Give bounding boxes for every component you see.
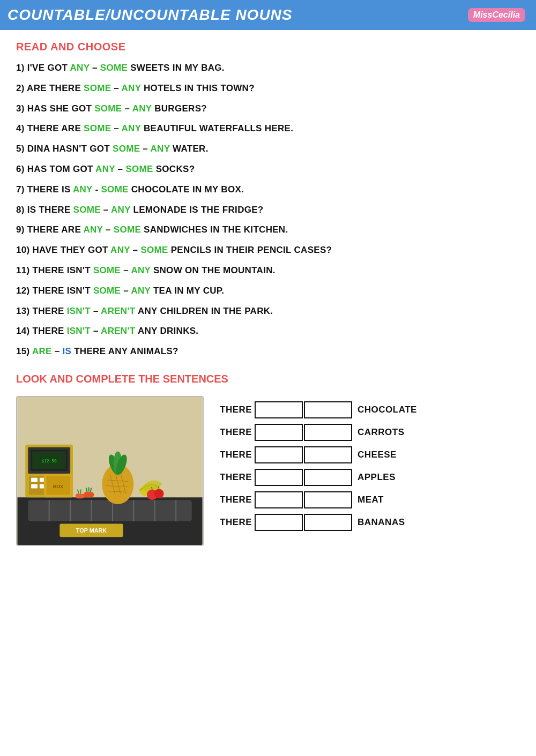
- option2: IS: [62, 346, 71, 356]
- question-text-after: SANDWICHES IN THE KITCHEN.: [141, 224, 288, 235]
- question-text-before: HAS SHE GOT: [27, 103, 94, 114]
- question-text-before: THERE ISN'T: [33, 286, 93, 296]
- question-text-after: SWEETS IN MY BAG.: [128, 63, 225, 73]
- question-item: 9) THERE ARE ANY – SOME SANDWICHES IN TH…: [16, 223, 520, 236]
- option2: ANY: [131, 286, 151, 296]
- question-number: 4): [16, 123, 27, 133]
- svg-line-45: [159, 486, 159, 489]
- question-item: 15) ARE – IS THERE ANY ANIMALS?: [16, 345, 520, 358]
- question-text-after: TEA IN MY CUP.: [151, 286, 224, 296]
- answer-box-1[interactable]: [255, 514, 303, 531]
- answer-box-1[interactable]: [255, 446, 303, 463]
- section2-title: LOOK AND COMPLETE THE SENTENCES: [16, 373, 520, 385]
- question-number: 1): [16, 63, 27, 73]
- option1: ISN'T: [67, 326, 91, 336]
- question-text-after: LEMONADE IS THE FRIDGE?: [131, 205, 264, 215]
- option2: SOME: [140, 245, 168, 255]
- question-number: 3): [16, 103, 27, 114]
- question-text-before: THERE ISN'T: [33, 265, 93, 275]
- question-number: 9): [16, 224, 27, 235]
- question-item: 5) DINA HASN'T GOT SOME – ANY WATER.: [16, 143, 520, 155]
- option1: SOME: [93, 286, 121, 296]
- question-list: 1) I'VE GOT ANY – SOME SWEETS IN MY BAG.…: [16, 62, 520, 358]
- sentence-there-label: THERE: [220, 472, 255, 483]
- option-separator: –: [140, 144, 150, 154]
- question-text-after: SOCKS?: [153, 164, 195, 174]
- question-text-after: BURGERS?: [152, 103, 207, 114]
- sentence-noun: CHOCOLATE: [358, 405, 417, 415]
- answer-box-2[interactable]: [304, 491, 352, 508]
- question-text-before: THERE: [33, 306, 67, 316]
- answer-box-2[interactable]: [304, 424, 352, 441]
- question-text-before: THERE ARE: [27, 123, 84, 133]
- svg-text:BOX: BOX: [53, 483, 63, 489]
- answer-box-1[interactable]: [255, 469, 303, 486]
- option-separator: -: [92, 184, 101, 194]
- sentence-there-label: THERE: [220, 450, 255, 460]
- question-text-after: HOTELS IN THIS TOWN?: [141, 83, 255, 93]
- answer-box-1[interactable]: [255, 401, 303, 418]
- sentence-there-label: THERE: [220, 517, 255, 528]
- question-number: 6): [16, 164, 27, 174]
- option1: ARE: [32, 346, 52, 356]
- question-item: 8) IS THERE SOME – ANY LEMONADE IS THE F…: [16, 204, 520, 216]
- option2: SOME: [101, 184, 128, 194]
- option2: ANY: [132, 103, 152, 114]
- option-separator: –: [91, 326, 101, 336]
- option1: SOME: [94, 103, 122, 114]
- page-header: COUNTABLE/UNCOUNTABLE NOUNS MissCecilia: [0, 0, 536, 30]
- question-number: 8): [16, 205, 27, 215]
- answer-box-1[interactable]: [255, 491, 303, 508]
- option1: SOME: [73, 205, 101, 215]
- option-separator: –: [130, 245, 141, 255]
- option-separator: –: [121, 286, 131, 296]
- question-item: 13) THERE ISN'T – AREN'T ANY CHILDREN IN…: [16, 305, 520, 318]
- question-item: 11) THERE ISN'T SOME – ANY SNOW ON THE M…: [16, 264, 520, 277]
- option-separator: –: [101, 205, 111, 215]
- option2: SOME: [125, 164, 153, 174]
- question-text-after: ANY DRINKS.: [135, 326, 198, 336]
- question-text-before: HAVE THEY GOT: [33, 245, 111, 255]
- option-separator: –: [90, 63, 100, 73]
- question-text-before: THERE ARE: [27, 224, 84, 235]
- grocery-image: $12.50: [16, 396, 204, 546]
- question-item: 4) THERE ARE SOME – ANY BEAUTIFUL WATERF…: [16, 122, 520, 135]
- svg-point-43: [154, 489, 164, 498]
- option2: AREN'T: [101, 326, 135, 336]
- option-separator: –: [122, 103, 132, 114]
- answer-box-1[interactable]: [255, 424, 303, 441]
- option-separator: –: [52, 346, 63, 356]
- question-number: 11): [16, 265, 33, 275]
- option1: ISN'T: [67, 306, 91, 316]
- option1: ANY: [70, 63, 90, 73]
- question-number: 2): [16, 83, 27, 93]
- sentence-noun: BANANAS: [358, 517, 405, 528]
- answer-box-2[interactable]: [304, 514, 352, 531]
- svg-text:TOP MARK: TOP MARK: [76, 527, 107, 534]
- sentence-row: THERE APPLES: [220, 469, 520, 486]
- option1: SOME: [93, 265, 121, 275]
- sentence-noun: CARROTS: [358, 427, 405, 438]
- option2: ANY: [111, 205, 131, 215]
- option2: ANY: [151, 144, 170, 154]
- answer-box-2[interactable]: [304, 401, 352, 418]
- question-number: 7): [16, 184, 27, 194]
- question-number: 10): [16, 245, 33, 255]
- option1: SOME: [84, 83, 111, 93]
- question-text-after: SNOW ON THE MOUNTAIN.: [151, 265, 276, 275]
- question-item: 12) THERE ISN'T SOME – ANY TEA IN MY CUP…: [16, 285, 520, 297]
- option1: SOME: [84, 123, 111, 133]
- sentence-row: THERE CHOCOLATE: [220, 401, 520, 418]
- option2: ANY: [122, 83, 142, 93]
- question-text-after: BEAUTIFUL WATERFALLS HERE.: [141, 123, 293, 133]
- section1-title: READ AND CHOOSE: [16, 41, 520, 53]
- answer-box-2[interactable]: [304, 469, 352, 486]
- svg-rect-39: [76, 493, 84, 498]
- svg-rect-2: [28, 500, 192, 521]
- question-number: 15): [16, 346, 32, 356]
- question-text-before: HAS TOM GOT: [27, 164, 95, 174]
- answer-box-2[interactable]: [304, 446, 352, 463]
- question-text-after: ANY CHILDREN IN THE PARK.: [135, 306, 273, 316]
- option1: ANY: [83, 224, 103, 235]
- question-number: 12): [16, 286, 33, 296]
